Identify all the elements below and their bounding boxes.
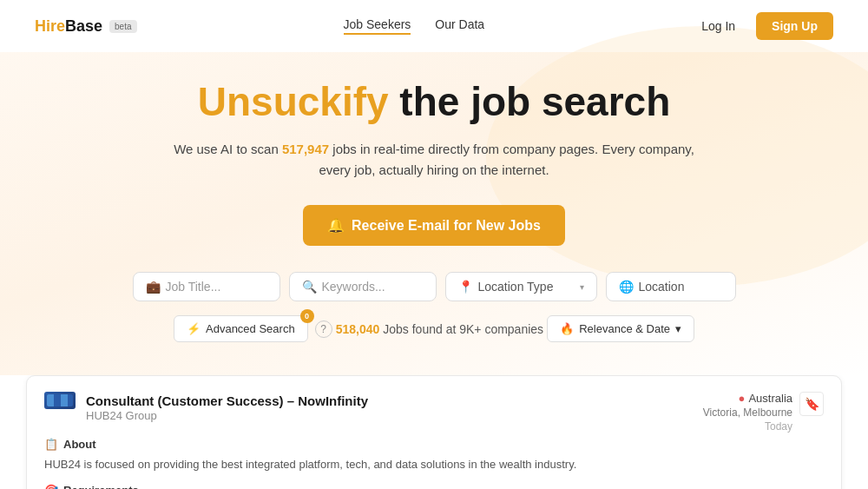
job-card: Consultant (Customer Success) – NowInfin… — [26, 375, 842, 489]
company-name: HUB24 Group — [86, 409, 368, 422]
location-placeholder: Location — [639, 280, 685, 294]
job-title-input[interactable]: 💼 Job Title... — [133, 272, 280, 301]
nav-center: Job Seekers Our Data — [344, 17, 485, 35]
job-title-placeholder: Job Title... — [166, 280, 221, 294]
advanced-search-button[interactable]: ⚡ Advanced Search 0 — [174, 315, 308, 342]
title-orange: Unsuckify — [198, 79, 389, 124]
sort-chevron-icon: ▾ — [675, 322, 681, 335]
location-type-select[interactable]: 📍 Location Type ▾ — [445, 272, 597, 301]
company-logo — [44, 392, 76, 409]
logo: HireBase — [35, 17, 102, 36]
country-name: Australia — [748, 392, 792, 405]
cta-label: Receive E-mail for New Jobs — [352, 218, 541, 234]
hero-subtitle: We use AI to scan 517,947 jobs in real-t… — [165, 139, 703, 181]
requirements-section-label: 🎯 Requirements — [44, 484, 824, 490]
filter-row: ⚡ Advanced Search 0 ? 518,040 Jobs found… — [35, 315, 833, 342]
job-location: ● Australia Victoria, Melbourne Today — [703, 392, 792, 433]
logo-placeholder — [47, 394, 73, 406]
country-flag: ● — [739, 392, 746, 405]
count-suffix: Jobs found at 9K+ companies — [379, 322, 543, 336]
hero-title: Unsuckify the job search — [35, 78, 833, 125]
location-type-icon: 📍 — [458, 280, 473, 294]
results-count: 518,040 Jobs found at 9K+ companies — [336, 322, 543, 336]
title-dark: the job search — [389, 79, 671, 124]
count-number: 518,040 — [336, 322, 380, 336]
advanced-icon: ⚡ — [187, 322, 201, 335]
about-label: About — [63, 438, 96, 451]
signup-button[interactable]: Sign Up — [756, 12, 833, 40]
subtitle-pre: We use AI to scan — [174, 142, 282, 156]
chevron-down-icon: ▾ — [580, 282, 584, 292]
job-right: ● Australia Victoria, Melbourne Today 🔖 — [703, 392, 824, 433]
nav-our-data[interactable]: Our Data — [435, 17, 484, 35]
login-button[interactable]: Log In — [691, 14, 746, 38]
subtitle-post: jobs in real-time directly from company … — [319, 142, 694, 177]
job-title-row: Consultant (Customer Success) – NowInfin… — [44, 392, 368, 409]
logo-base: Base — [65, 17, 102, 35]
job-title-icon: 💼 — [146, 280, 161, 294]
about-text: HUB24 is focused on providing the best i… — [44, 456, 824, 473]
requirements-icon: 🎯 — [44, 484, 58, 490]
sort-label: Relevance & Date — [579, 322, 670, 335]
keywords-input[interactable]: 🔍 Keywords... — [289, 272, 437, 301]
nav-right: Log In Sign Up — [691, 12, 833, 40]
cta-button[interactable]: 🔔 Receive E-mail for New Jobs — [303, 205, 565, 246]
advanced-badge: 0 — [300, 309, 314, 323]
jobs-container: Consultant (Customer Success) – NowInfin… — [0, 375, 868, 489]
sort-icon: 🔥 — [560, 322, 574, 335]
navbar: HireBase beta Job Seekers Our Data Log I… — [0, 0, 868, 52]
sort-button[interactable]: 🔥 Relevance & Date ▾ — [547, 315, 694, 342]
filter-left: ⚡ Advanced Search 0 ? — [174, 315, 332, 342]
help-icon[interactable]: ? — [315, 320, 332, 338]
advanced-label: Advanced Search — [206, 322, 295, 335]
keywords-icon: 🔍 — [302, 280, 317, 294]
cta-icon: 🔔 — [327, 217, 345, 234]
location-type-label: Location Type — [478, 280, 554, 294]
logo-hire: Hire — [35, 17, 65, 35]
nav-left: HireBase beta — [35, 17, 137, 36]
job-country: ● Australia — [703, 392, 792, 405]
nav-job-seekers[interactable]: Job Seekers — [344, 17, 411, 35]
hero-section: Unsuckify the job search We use AI to sc… — [0, 52, 868, 375]
search-bar: 💼 Job Title... 🔍 Keywords... 📍 Location … — [35, 272, 833, 301]
job-title: Consultant (Customer Success) – NowInfin… — [86, 393, 368, 408]
bookmark-button[interactable]: 🔖 — [799, 392, 824, 416]
job-date: Today — [703, 420, 792, 433]
about-icon: 📋 — [44, 438, 58, 451]
keywords-placeholder: Keywords... — [322, 280, 385, 294]
location-input[interactable]: 🌐 Location — [606, 272, 736, 301]
location-icon: 🌐 — [619, 280, 634, 294]
subtitle-count: 517,947 — [282, 142, 329, 156]
job-city: Victoria, Melbourne — [703, 406, 792, 419]
beta-badge: beta — [109, 20, 136, 33]
job-main-info: Consultant (Customer Success) – NowInfin… — [44, 392, 368, 433]
job-card-header: Consultant (Customer Success) – NowInfin… — [44, 392, 824, 433]
about-section-label: 📋 About — [44, 438, 824, 451]
requirements-label: Requirements — [63, 484, 139, 490]
